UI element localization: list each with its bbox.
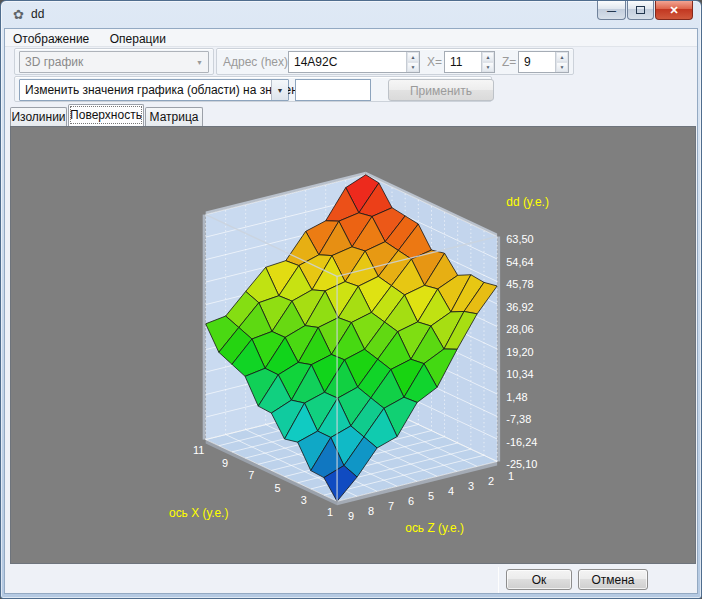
- ok-button[interactable]: Ок: [506, 569, 572, 590]
- address-input[interactable]: [289, 52, 405, 72]
- operation-combobox[interactable]: Изменить значения графика (области) на з…: [19, 79, 289, 101]
- z-input[interactable]: [519, 52, 554, 72]
- surface-plot[interactable]: 1197531987654321ось X (у.е.)ось Z (у.е.)…: [11, 127, 695, 563]
- tab-surface[interactable]: Поверхность: [68, 104, 144, 126]
- svg-text:3: 3: [301, 494, 307, 506]
- svg-text:1,48: 1,48: [506, 391, 527, 403]
- svg-text:11: 11: [193, 444, 204, 456]
- app-icon: ✿: [11, 7, 26, 22]
- svg-text:6: 6: [408, 495, 414, 507]
- value-field[interactable]: [295, 79, 371, 101]
- footer-separator: [498, 567, 499, 593]
- address-spinner[interactable]: ▲ ▼: [406, 52, 419, 72]
- cancel-button[interactable]: Отмена: [578, 569, 648, 590]
- client-area: Отображение Операции 3D график ▼ Адрес (…: [4, 28, 698, 594]
- menu-item-display[interactable]: Отображение: [5, 30, 97, 46]
- tab-isolines[interactable]: Изолинии: [10, 107, 67, 126]
- close-button[interactable]: ✕: [655, 1, 693, 20]
- svg-text:-16,24: -16,24: [506, 436, 537, 448]
- spinner-down-icon[interactable]: ▼: [556, 62, 568, 72]
- edit-group: Изменить значения графика (области) на з…: [14, 76, 492, 102]
- svg-text:28,06: 28,06: [506, 323, 533, 335]
- chevron-down-icon: ▼: [191, 52, 208, 72]
- minimize-icon: —: [598, 9, 625, 14]
- plot-panel: 1197531987654321ось X (у.е.)ось Z (у.е.)…: [10, 126, 696, 564]
- svg-text:54,64: 54,64: [506, 256, 533, 268]
- z-spinner[interactable]: ▲ ▼: [555, 52, 568, 72]
- svg-text:5: 5: [274, 482, 280, 494]
- tab-strip: Изолинии Поверхность Матрица: [5, 103, 697, 126]
- z-label: Z=: [502, 55, 516, 69]
- x-spinner[interactable]: ▲ ▼: [481, 52, 494, 72]
- svg-text:1: 1: [327, 506, 333, 518]
- svg-text:19,20: 19,20: [506, 346, 533, 358]
- svg-text:ось Z (у.е.): ось Z (у.е.): [405, 521, 464, 535]
- graph-type-group: 3D график ▼: [14, 48, 214, 75]
- svg-text:45,78: 45,78: [506, 278, 533, 290]
- tab-matrix[interactable]: Матрица: [145, 107, 203, 126]
- svg-text:ось X (у.е.): ось X (у.е.): [169, 506, 228, 520]
- toolbar-graph: 3D график ▼ Адрес (hex) ▲ ▼ X= ▲: [5, 47, 697, 76]
- svg-text:-25,10: -25,10: [506, 458, 537, 470]
- app-window: ✿ dd — ✕ Отображение Операции 3D график …: [0, 0, 702, 599]
- svg-text:63,50: 63,50: [506, 233, 533, 245]
- x-input[interactable]: [445, 52, 480, 72]
- svg-text:9: 9: [348, 510, 354, 522]
- menu-bar: Отображение Операции: [5, 29, 697, 47]
- svg-text:4: 4: [448, 485, 454, 497]
- graph-type-combobox[interactable]: 3D график ▼: [19, 51, 209, 73]
- spinner-up-icon[interactable]: ▲: [407, 52, 419, 62]
- maximize-button[interactable]: [627, 1, 654, 20]
- close-icon: ✕: [656, 4, 692, 17]
- svg-text:dd (у.е.): dd (у.е.): [506, 195, 549, 209]
- svg-text:3: 3: [468, 480, 474, 492]
- address-field[interactable]: ▲ ▼: [288, 51, 420, 73]
- svg-text:1: 1: [508, 470, 514, 482]
- spinner-up-icon[interactable]: ▲: [482, 52, 494, 62]
- svg-text:2: 2: [488, 475, 494, 487]
- svg-text:5: 5: [428, 490, 434, 502]
- menu-item-operations[interactable]: Операции: [102, 30, 174, 46]
- svg-text:36,92: 36,92: [506, 301, 533, 313]
- apply-button[interactable]: Применить: [388, 79, 494, 101]
- maximize-icon: [636, 6, 645, 14]
- svg-text:7: 7: [388, 500, 394, 512]
- title-bar[interactable]: ✿ dd — ✕: [1, 1, 701, 28]
- window-title: dd: [31, 7, 44, 21]
- x-label: X=: [427, 55, 442, 69]
- svg-text:9: 9: [222, 457, 228, 469]
- graph-type-value: 3D график: [25, 55, 83, 69]
- svg-text:10,34: 10,34: [506, 368, 533, 380]
- spinner-up-icon[interactable]: ▲: [556, 52, 568, 62]
- svg-text:8: 8: [368, 505, 374, 517]
- z-field[interactable]: ▲ ▼: [518, 51, 569, 73]
- svg-text:7: 7: [248, 469, 254, 481]
- minimize-button[interactable]: —: [597, 1, 626, 20]
- svg-text:-7,38: -7,38: [506, 413, 531, 425]
- spinner-down-icon[interactable]: ▼: [407, 62, 419, 72]
- operation-value: Изменить значения графика (области) на з…: [25, 83, 311, 97]
- address-label: Адрес (hex): [223, 55, 288, 69]
- address-group: Адрес (hex) ▲ ▼ X= ▲ ▼ Z=: [216, 48, 574, 75]
- x-field[interactable]: ▲ ▼: [444, 51, 495, 73]
- chevron-down-icon: ▼: [271, 80, 288, 100]
- toolbar-edit: Изменить значения графика (области) на з…: [5, 76, 697, 103]
- value-input[interactable]: [296, 80, 370, 100]
- spinner-down-icon[interactable]: ▼: [482, 62, 494, 72]
